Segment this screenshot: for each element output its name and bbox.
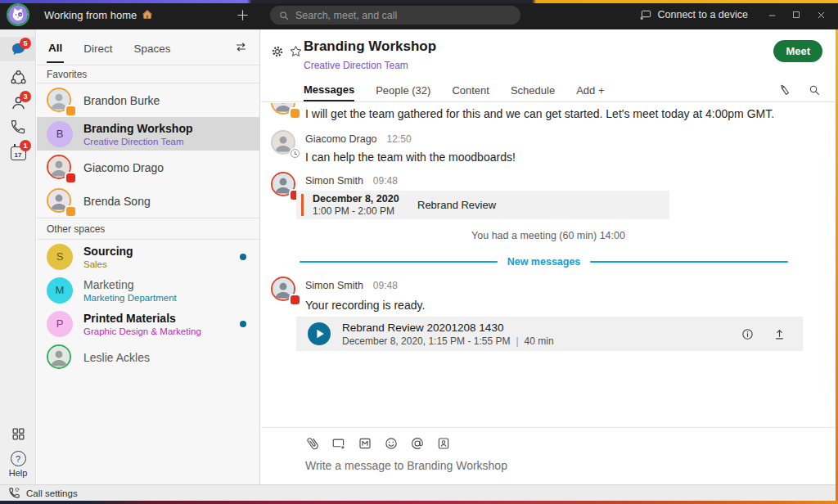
favorite-star-button[interactable] — [289, 44, 303, 61]
status-away-icon — [66, 106, 75, 115]
conversation-leslie-ackles[interactable]: Leslie Ackles — [37, 340, 259, 374]
rail-teams-button[interactable] — [0, 65, 36, 90]
conversation-subtitle: Sales — [83, 259, 133, 269]
profile-avatar[interactable] — [7, 3, 29, 26]
message-author: Giacomo Drago — [305, 133, 377, 145]
message-author: Simon Smith — [305, 280, 363, 291]
chat-search-button[interactable] — [808, 83, 821, 97]
help-icon: ? — [11, 451, 26, 466]
message-text: I will get the team gathered for this an… — [305, 107, 774, 120]
conversation-marketing[interactable]: M Marketing Marketing Department — [37, 273, 259, 307]
cat-avatar-icon — [8, 5, 28, 25]
recording-details: December 8, 2020, 1:15 PM - 1:55 PM | 40… — [342, 335, 741, 347]
global-search[interactable] — [270, 6, 520, 25]
recording-card[interactable]: Rebrand Review 20201208 1430 December 8,… — [296, 317, 803, 351]
conversation-brenda-song[interactable]: Brenda Song — [37, 184, 259, 218]
global-search-input[interactable] — [295, 10, 512, 21]
unread-indicator — [240, 254, 246, 260]
smiley-icon — [384, 436, 399, 451]
conversation-printed-materials[interactable]: P Printed Materials Graphic Design & Mar… — [37, 307, 259, 340]
pen-icon — [778, 83, 791, 97]
chat-tabs: Messages People (32) Content Schedule Ad… — [261, 78, 836, 102]
unread-indicator — [240, 321, 246, 327]
divider-line — [590, 261, 788, 263]
minimize-button[interactable] — [759, 0, 784, 29]
meeting-card[interactable]: December 8, 2020 1:00 PM - 2:00 PM Rebra… — [296, 191, 669, 219]
meeting-title: Rebrand Review — [417, 199, 496, 211]
conversation-name: Sourcing — [83, 245, 133, 258]
maximize-button[interactable] — [784, 0, 809, 29]
message-list[interactable]: I will get the team gathered for this an… — [261, 103, 836, 427]
rail-meetings-button[interactable]: 17 1 — [0, 139, 36, 167]
markdown-button[interactable] — [358, 436, 372, 451]
message-time: 12:50 — [387, 133, 412, 145]
rail-contacts-button[interactable]: 3 — [0, 90, 36, 115]
teams-network-icon — [10, 70, 27, 87]
desktop-edge-bottom — [0, 501, 838, 504]
rail-apps-button[interactable] — [0, 421, 36, 446]
call-settings-icon — [8, 487, 20, 499]
search-icon — [808, 83, 821, 97]
recording-duration: 40 min — [525, 335, 554, 347]
titlebar: Working from home — [0, 0, 838, 29]
recording-share-button[interactable] — [773, 327, 786, 341]
message-header: Simon Smith09:48 — [305, 175, 398, 187]
messaging-unread-badge: 5 — [20, 38, 31, 49]
recording-info: Rebrand Review 20201208 1430 December 8,… — [342, 322, 741, 347]
attachment-button[interactable] — [305, 436, 320, 451]
conversation-brandon-burke[interactable]: Brandon Burke — [37, 83, 259, 117]
calendar-day: 17 — [15, 151, 22, 159]
conversation-name: Leslie Ackles — [83, 351, 150, 364]
contact-card-button[interactable] — [436, 436, 451, 451]
status-away-icon — [66, 207, 75, 216]
rail-calls-button[interactable] — [0, 115, 36, 139]
system-message: You had a meeting (60 min) 14:00 — [261, 230, 836, 241]
new-messages-label: New messages — [507, 256, 581, 268]
conversation-branding-workshop[interactable]: B Branding Workshop Creative Direction T… — [37, 117, 259, 151]
recording-info-button[interactable] — [741, 327, 755, 341]
message-input[interactable] — [305, 459, 731, 472]
conversation-giacomo-drago[interactable]: Giacomo Drago — [37, 151, 259, 184]
pen-button[interactable] — [778, 83, 791, 97]
sidebar-tab-all[interactable]: All — [47, 32, 64, 63]
minimize-icon — [767, 10, 777, 20]
close-icon — [816, 10, 827, 20]
avatar — [271, 103, 297, 116]
space-settings-button[interactable] — [271, 45, 284, 61]
play-button[interactable] — [308, 322, 331, 345]
add-new-button[interactable] — [233, 6, 251, 24]
avatar: P — [47, 311, 73, 337]
tab-people[interactable]: People (32) — [376, 78, 430, 101]
webex-window: Working from home — [0, 0, 838, 504]
message-text: Your recording is ready. — [305, 299, 425, 312]
connect-to-device-button[interactable]: Connect to a device — [628, 0, 760, 29]
meet-button[interactable]: Meet — [773, 40, 822, 62]
status-presenting-icon — [291, 295, 300, 304]
tab-schedule[interactable]: Schedule — [511, 78, 555, 101]
tab-messages[interactable]: Messages — [304, 78, 354, 101]
sidebar-tab-direct[interactable]: Direct — [82, 33, 114, 62]
mention-button[interactable] — [410, 436, 425, 451]
conversation-subtitle: Creative Direction Team — [83, 137, 193, 146]
avatar — [47, 155, 73, 181]
tab-add[interactable]: Add + — [576, 78, 604, 101]
message-time: 09:48 — [373, 175, 398, 187]
sidebar-tab-spaces[interactable]: Spaces — [133, 33, 173, 62]
tab-content[interactable]: Content — [452, 78, 489, 101]
conversation-sourcing[interactable]: S Sourcing Sales — [37, 240, 259, 273]
rail-help-button[interactable]: ? Help — [0, 449, 36, 479]
person-photo-icon — [273, 132, 294, 153]
rail-messaging-button[interactable]: 5 — [0, 37, 36, 61]
status-message[interactable]: Working from home — [44, 0, 153, 29]
apps-grid-icon — [11, 426, 26, 442]
emoji-button[interactable] — [384, 436, 399, 451]
conversation-sidebar: All Direct Spaces Favorites Brandon B — [37, 29, 260, 484]
filter-sort-button[interactable] — [234, 40, 248, 57]
call-settings-bar[interactable]: Call settings — [0, 484, 838, 501]
person-photo-icon — [48, 346, 70, 367]
screen-capture-button[interactable] — [331, 436, 346, 451]
message-time: 09:48 — [373, 280, 398, 291]
avatar: S — [47, 244, 73, 270]
rail-bottom: ? Help — [0, 421, 36, 479]
close-button[interactable] — [809, 0, 833, 29]
